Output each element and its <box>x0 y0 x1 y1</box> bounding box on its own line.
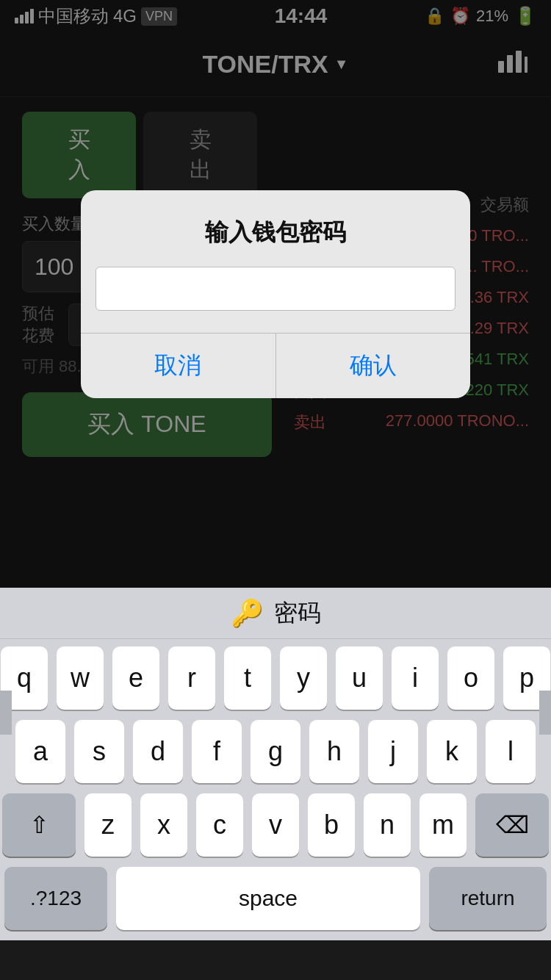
key-b[interactable]: b <box>308 793 355 857</box>
dialog-input-wrap <box>81 267 470 333</box>
dialog-overlay: 输入钱包密码 取消 确认 <box>0 97 551 552</box>
key-d[interactable]: d <box>133 720 183 783</box>
key-i[interactable]: i <box>392 646 439 710</box>
key-s[interactable]: s <box>74 720 124 783</box>
key-u[interactable]: u <box>336 646 383 710</box>
keyboard-side-right <box>539 691 551 735</box>
keyboard-password-bar: 🔑 密码 <box>0 588 551 639</box>
key-row-1: q w e r t y u i o p <box>4 646 547 710</box>
keyboard: 🔑 密码 q w e r t y u i o p a s d f g h j <box>0 588 551 940</box>
key-x[interactable]: x <box>140 793 187 857</box>
key-r[interactable]: r <box>168 646 215 710</box>
numbers-key[interactable]: .?123 <box>4 867 107 930</box>
key-h[interactable]: h <box>309 720 359 783</box>
keyboard-side-left <box>0 691 12 735</box>
dialog-box: 输入钱包密码 取消 确认 <box>81 190 470 398</box>
key-f[interactable]: f <box>192 720 242 783</box>
shift-key[interactable]: ⇧ <box>2 793 76 857</box>
key-row-2: a s d f g h j k l <box>4 720 547 783</box>
key-a[interactable]: a <box>15 720 65 783</box>
key-l[interactable]: l <box>486 720 536 783</box>
cancel-button[interactable]: 取消 <box>81 334 276 398</box>
keyboard-password-label: 密码 <box>274 597 321 630</box>
dialog-buttons: 取消 确认 <box>81 333 470 398</box>
key-t[interactable]: t <box>224 646 271 710</box>
keys-rows: q w e r t y u i o p a s d f g h j k l ⇧ … <box>0 639 551 857</box>
key-v[interactable]: v <box>252 793 299 857</box>
key-icon: 🔑 <box>231 598 264 629</box>
key-n[interactable]: n <box>364 793 411 857</box>
return-key[interactable]: return <box>429 867 547 930</box>
dialog-title: 输入钱包密码 <box>81 190 470 267</box>
key-k[interactable]: k <box>427 720 477 783</box>
delete-key[interactable]: ⌫ <box>475 793 549 857</box>
key-e[interactable]: e <box>112 646 159 710</box>
bottom-key-row: .?123 space return <box>0 867 551 940</box>
key-c[interactable]: c <box>196 793 243 857</box>
password-input[interactable] <box>96 267 455 311</box>
key-j[interactable]: j <box>368 720 418 783</box>
key-y[interactable]: y <box>280 646 327 710</box>
confirm-button[interactable]: 确认 <box>276 334 471 398</box>
space-key[interactable]: space <box>116 867 420 930</box>
key-g[interactable]: g <box>251 720 300 783</box>
key-z[interactable]: z <box>84 793 132 857</box>
key-m[interactable]: m <box>419 793 467 857</box>
key-o[interactable]: o <box>447 646 494 710</box>
key-row-3: ⇧ z x c v b n m ⌫ <box>4 793 547 857</box>
key-w[interactable]: w <box>57 646 104 710</box>
